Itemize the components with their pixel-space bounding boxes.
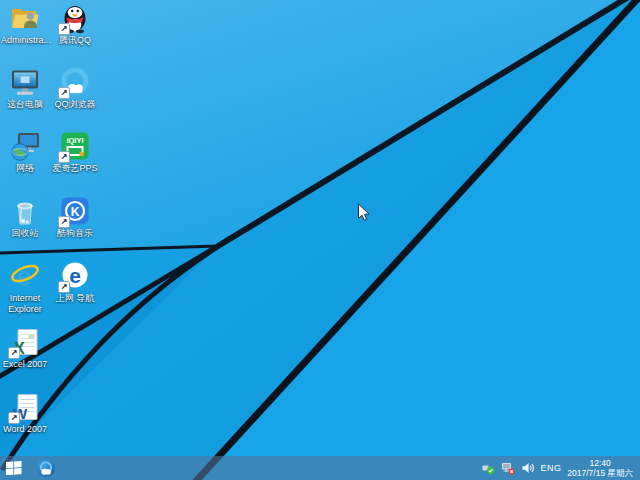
clock-time: 12:40 [567, 458, 633, 468]
shortcut-arrow-icon: ↗ [58, 281, 70, 293]
start-button[interactable] [0, 456, 28, 480]
recycle-bin-icon [9, 195, 41, 227]
shortcut-arrow-icon: ↗ [8, 412, 20, 424]
shortcut-arrow-icon: ↗ [58, 151, 70, 163]
desktop: Administra... ↗ 腾讯QQ [0, 0, 640, 480]
icon-label: Excel 2007 [1, 359, 49, 370]
clock-date: 2017/7/15 星期六 [567, 468, 633, 478]
svg-text:K: K [71, 205, 80, 219]
tray-clock[interactable]: 12:40 2017/7/15 星期六 [567, 458, 633, 478]
computer-icon [9, 66, 41, 98]
desktop-icon-qq-browser[interactable]: ↗ QQ浏览器 [51, 66, 99, 110]
desktop-icon-network[interactable]: 网络 [1, 130, 49, 174]
language-indicator[interactable]: ENG [541, 463, 562, 473]
shortcut-arrow-icon: ↗ [8, 347, 20, 359]
icon-label: Internet Explorer [1, 293, 49, 315]
icon-label: 爱奇艺PPS [51, 163, 99, 174]
qq-browser-icon [36, 458, 56, 478]
desktop-icon-iqiyi-pps[interactable]: iQIYI ↗ 爱奇艺PPS [51, 130, 99, 174]
desktop-icon-this-pc[interactable]: 这台电脑 [1, 66, 49, 110]
desktop-icon-word-2007[interactable]: W ↗ Word 2007 [1, 391, 49, 435]
shortcut-arrow-icon: ↗ [58, 87, 70, 99]
icon-label: 网络 [1, 163, 49, 174]
user-folder-icon [9, 2, 41, 34]
desktop-icon-web-navigation[interactable]: e ↗ 上网 导航 [51, 260, 99, 304]
taskbar: ENG 12:40 2017/7/15 星期六 [0, 456, 640, 480]
desktop-icon-administrator[interactable]: Administra... [1, 2, 49, 46]
internet-explorer-icon: e [9, 260, 41, 292]
desktop-icon-tencent-qq[interactable]: ↗ 腾讯QQ [51, 2, 99, 46]
icon-label: 上网 导航 [51, 293, 99, 304]
desktop-icon-internet-explorer[interactable]: e Internet Explorer [1, 260, 49, 315]
icon-label: QQ浏览器 [51, 99, 99, 110]
icon-label: 酷狗音乐 [51, 228, 99, 239]
desktop-icon-recycle-bin[interactable]: 回收站 [1, 195, 49, 239]
taskbar-qq-browser-button[interactable] [32, 456, 60, 480]
icon-label: Administra... [1, 35, 49, 46]
icon-label: 腾讯QQ [51, 35, 99, 46]
icon-label: 回收站 [1, 228, 49, 239]
usb-safely-remove-icon[interactable] [481, 461, 495, 475]
windows-logo-icon [6, 461, 22, 475]
desktop-icon-kugou-music[interactable]: K ↗ 酷狗音乐 [51, 195, 99, 239]
system-tray: ENG 12:40 2017/7/15 星期六 [481, 458, 640, 478]
shortcut-arrow-icon: ↗ [58, 23, 70, 35]
icon-label: Word 2007 [1, 424, 49, 435]
desktop-icon-excel-2007[interactable]: X ↗ Excel 2007 [1, 326, 49, 370]
svg-text:iQIYI: iQIYI [66, 136, 83, 145]
network-globe-icon [9, 130, 41, 162]
icon-label: 这台电脑 [1, 99, 49, 110]
svg-text:e: e [69, 264, 81, 287]
shortcut-arrow-icon: ↗ [58, 216, 70, 228]
volume-icon[interactable] [521, 461, 535, 475]
network-disconnected-icon[interactable] [501, 461, 515, 475]
